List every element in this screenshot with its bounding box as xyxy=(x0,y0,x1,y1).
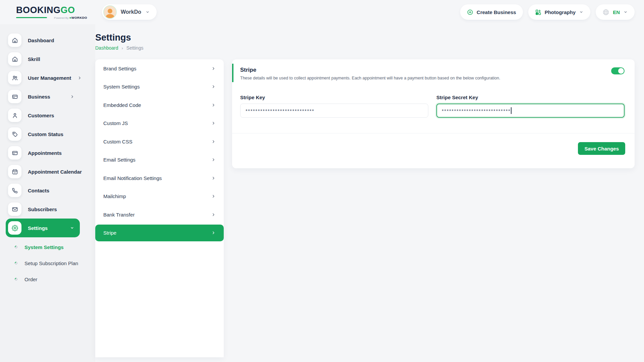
sidebar-item-settings[interactable]: Settings xyxy=(6,219,80,237)
credit-card-icon xyxy=(8,146,21,160)
main-content: Settings Dashboard › Settings Brand Sett… xyxy=(95,24,644,362)
top-header: BOOKINGGO Powered By ●WORKDO WorkDo Crea… xyxy=(0,0,644,24)
stripe-key-field: Stripe Key **************************** xyxy=(240,95,428,118)
workspace-name: WorkDo xyxy=(121,9,141,15)
page-title: Settings xyxy=(95,33,635,43)
bullet-icon xyxy=(14,261,18,265)
chevron-right-icon xyxy=(211,176,216,180)
panel-accent-bar xyxy=(232,64,233,82)
breadcrumb-separator: › xyxy=(122,46,123,51)
stripe-secret-key-input[interactable]: **************************** xyxy=(436,104,625,118)
users-icon xyxy=(8,71,21,84)
create-business-button[interactable]: Create Business xyxy=(460,4,523,20)
chevron-right-icon xyxy=(211,121,216,125)
chevron-down-icon xyxy=(579,10,584,14)
settings-menu-mailchimp[interactable]: Mailchimp xyxy=(95,187,224,206)
home-icon xyxy=(8,52,21,66)
bullet-icon xyxy=(14,245,18,249)
language-dropdown[interactable]: EN xyxy=(596,4,635,20)
workspace-switcher[interactable]: WorkDo xyxy=(102,4,157,20)
app-logo[interactable]: BOOKINGGO Powered By ●WORKDO xyxy=(16,5,87,19)
language-code: EN xyxy=(613,9,620,15)
settings-menu-card: Brand Settings System Settings Embedded … xyxy=(95,59,224,357)
chevron-right-icon xyxy=(211,84,216,89)
tag-icon xyxy=(8,127,21,141)
sidebar-item-customers[interactable]: Customers xyxy=(6,106,80,125)
subnav-item-setup-subscription-plan[interactable]: Setup Subscription Plan xyxy=(0,255,95,271)
business-type-dropdown[interactable]: Photography xyxy=(528,4,591,20)
workspace-avatar xyxy=(103,5,117,19)
chevron-down-icon xyxy=(70,226,74,230)
sidebar-item-subscribers[interactable]: Subscribers xyxy=(6,200,80,219)
toggle-knob xyxy=(618,68,624,74)
panel-title: Stripe xyxy=(240,67,625,73)
chevron-right-icon xyxy=(70,95,74,99)
chevron-right-icon xyxy=(211,231,216,235)
subnav-item-order[interactable]: Order xyxy=(0,271,95,287)
globe-icon xyxy=(602,9,609,16)
settings-menu-stripe[interactable]: Stripe xyxy=(95,225,224,241)
chevron-right-icon xyxy=(211,213,216,217)
save-changes-button[interactable]: Save Changes xyxy=(578,142,625,155)
settings-menu-email-settings[interactable]: Email Settings xyxy=(95,151,224,169)
logo-wordmark: BOOKINGGO xyxy=(16,5,87,15)
stripe-key-label: Stripe Key xyxy=(240,95,428,100)
sidebar: Dashboard Skrill User Management Busines… xyxy=(0,24,95,362)
user-icon xyxy=(8,109,21,122)
credit-card-icon xyxy=(8,90,21,103)
text-cursor xyxy=(511,107,512,114)
chevron-down-icon xyxy=(623,10,628,14)
settings-menu-embedded-code[interactable]: Embedded Code xyxy=(95,96,224,114)
breadcrumb-current: Settings xyxy=(126,45,144,51)
category-grid-icon xyxy=(535,9,541,15)
plus-circle-icon xyxy=(467,9,473,15)
gear-icon xyxy=(8,221,21,235)
home-icon xyxy=(8,34,21,47)
chevron-down-icon xyxy=(145,10,150,14)
sidebar-item-skrill[interactable]: Skrill xyxy=(6,50,80,68)
chevron-right-icon xyxy=(77,76,82,80)
chevron-right-icon xyxy=(211,158,216,162)
panel-description: These details will be used to collect ap… xyxy=(240,76,625,80)
bullet-icon xyxy=(14,277,18,281)
chevron-right-icon xyxy=(211,194,216,198)
logo-underline xyxy=(16,17,47,18)
sidebar-item-custom-status[interactable]: Custom Status xyxy=(6,125,80,143)
stripe-enabled-toggle[interactable] xyxy=(611,67,625,74)
phone-icon xyxy=(8,184,21,197)
settings-menu-system-settings[interactable]: System Settings xyxy=(95,78,224,96)
sidebar-item-appointments[interactable]: Appointments xyxy=(6,143,80,162)
subnav-item-system-settings[interactable]: System Settings xyxy=(0,239,95,255)
mail-icon xyxy=(8,202,21,216)
settings-menu-email-notification-settings[interactable]: Email Notification Settings xyxy=(95,169,224,187)
chevron-right-icon xyxy=(211,66,216,71)
settings-subnav: System Settings Setup Subscription Plan … xyxy=(0,239,95,287)
stripe-panel: Stripe These details will be used to col… xyxy=(232,59,635,168)
chevron-right-icon xyxy=(211,103,216,107)
logo-powered-by: Powered By ●WORKDO xyxy=(54,16,87,19)
breadcrumb-dashboard-link[interactable]: Dashboard xyxy=(95,45,118,51)
calendar-icon xyxy=(8,165,21,178)
sidebar-item-appointment-calendar[interactable]: Appointment Calendar xyxy=(6,162,80,181)
settings-menu-custom-js[interactable]: Custom JS xyxy=(95,114,224,133)
sidebar-item-contacts[interactable]: Contacts xyxy=(6,181,80,200)
stripe-key-input[interactable]: **************************** xyxy=(240,104,428,118)
settings-menu-bank-transfer[interactable]: Bank Transfer xyxy=(95,205,224,224)
breadcrumb: Dashboard › Settings xyxy=(95,45,635,51)
settings-menu-custom-css[interactable]: Custom CSS xyxy=(95,132,224,151)
stripe-secret-key-label: Stripe Secret Key xyxy=(436,95,625,100)
chevron-right-icon xyxy=(211,139,216,144)
sidebar-item-dashboard[interactable]: Dashboard xyxy=(6,31,80,50)
sidebar-item-user-management[interactable]: User Management xyxy=(6,68,80,87)
sidebar-item-business[interactable]: Business xyxy=(6,87,80,106)
stripe-secret-key-field: Stripe Secret Key **********************… xyxy=(436,95,625,118)
settings-menu-brand-settings[interactable]: Brand Settings xyxy=(95,59,224,78)
